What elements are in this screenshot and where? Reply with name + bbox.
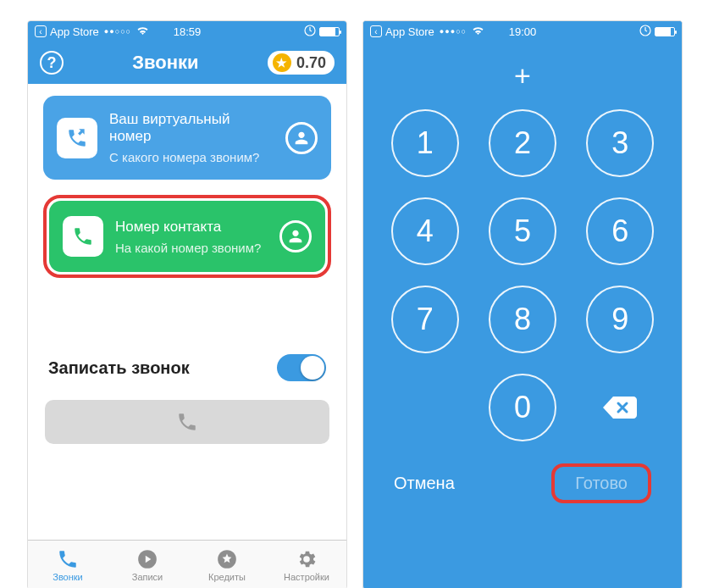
dialer: + 1 2 3 4 5 6 7 8 9 0 Отмена Готово bbox=[363, 42, 682, 588]
tab-records[interactable]: Записи bbox=[108, 541, 187, 588]
phone-icon bbox=[57, 548, 79, 570]
tab-label: Настройки bbox=[284, 572, 329, 582]
status-time: 18:59 bbox=[174, 25, 202, 38]
key-delete[interactable] bbox=[586, 374, 654, 441]
call-button[interactable] bbox=[45, 400, 329, 444]
tab-settings[interactable]: Настройки bbox=[267, 541, 346, 588]
key-8[interactable]: 8 bbox=[489, 286, 556, 353]
star-circle-icon bbox=[216, 548, 238, 570]
status-back-label: App Store bbox=[385, 25, 434, 38]
swap-phone-icon bbox=[57, 118, 97, 158]
status-time: 19:00 bbox=[509, 25, 537, 38]
battery-icon bbox=[655, 27, 675, 36]
phone-left: ‹ App Store ●●○○○ 18:59 ? Звонки ★ 0.70 bbox=[27, 20, 347, 588]
key-7[interactable]: 7 bbox=[391, 286, 459, 353]
signal-icon: ●●○○○ bbox=[104, 27, 131, 36]
card-text: Номер контакта На какой номер звоним? bbox=[115, 219, 268, 255]
star-icon: ★ bbox=[273, 53, 291, 72]
contact-icon[interactable] bbox=[279, 220, 312, 252]
record-call-label: Записать звонок bbox=[48, 358, 190, 378]
keypad: 1 2 3 4 5 6 7 8 9 0 bbox=[385, 101, 660, 441]
card-subtitle: С какого номера звоним? bbox=[109, 150, 274, 164]
chevron-left-icon: ‹ bbox=[35, 25, 47, 37]
cards: Ваш виртуальный номер С какого номера зв… bbox=[28, 84, 346, 278]
play-circle-icon bbox=[136, 548, 158, 570]
credit-badge[interactable]: ★ 0.70 bbox=[268, 51, 335, 75]
header: ? Звонки ★ 0.70 bbox=[28, 42, 346, 84]
signal-icon: ●●●○○ bbox=[440, 27, 467, 36]
key-3[interactable]: 3 bbox=[586, 109, 654, 177]
key-9[interactable]: 9 bbox=[586, 286, 654, 353]
rotation-lock-icon bbox=[639, 25, 651, 39]
wifi-icon bbox=[136, 25, 149, 38]
key-6[interactable]: 6 bbox=[586, 197, 654, 265]
tab-label: Записи bbox=[132, 572, 163, 582]
tab-credits[interactable]: Кредиты bbox=[187, 541, 267, 588]
card-text: Ваш виртуальный номер С какого номера зв… bbox=[109, 111, 274, 164]
backspace-icon bbox=[601, 395, 639, 420]
page-title: Звонки bbox=[132, 52, 198, 74]
dial-actions: Отмена Готово bbox=[385, 441, 660, 519]
phone-right: ‹ App Store ●●●○○ 19:00 + 1 2 3 4 5 6 7 … bbox=[362, 20, 683, 588]
cancel-button[interactable]: Отмена bbox=[394, 474, 455, 493]
highlight-contact-number: Номер контакта На какой номер звоним? bbox=[43, 195, 331, 278]
card-subtitle: На какой номер звоним? bbox=[115, 241, 268, 255]
phone-icon bbox=[63, 216, 103, 257]
key-4[interactable]: 4 bbox=[391, 197, 459, 265]
highlight-done: Готово bbox=[551, 463, 651, 503]
card-title: Номер контакта bbox=[115, 219, 268, 236]
record-call-toggle[interactable] bbox=[277, 354, 326, 381]
card-title: Ваш виртуальный номер bbox=[109, 111, 274, 145]
tab-calls[interactable]: Звонки bbox=[28, 541, 108, 588]
rotation-lock-icon bbox=[304, 25, 316, 39]
help-button[interactable]: ? bbox=[40, 51, 64, 75]
key-0[interactable]: 0 bbox=[489, 374, 556, 441]
contact-icon[interactable] bbox=[285, 122, 318, 154]
record-call-row: Записать звонок bbox=[28, 354, 346, 381]
credit-value: 0.70 bbox=[296, 54, 326, 72]
key-2[interactable]: 2 bbox=[489, 109, 556, 177]
back-to-appstore[interactable]: ‹ App Store bbox=[35, 25, 99, 38]
virtual-number-card[interactable]: Ваш виртуальный номер С какого номера зв… bbox=[43, 96, 331, 180]
key-empty bbox=[391, 374, 459, 441]
status-bar: ‹ App Store ●●●○○ 19:00 bbox=[363, 21, 682, 42]
key-1[interactable]: 1 bbox=[391, 109, 459, 177]
dial-display: + bbox=[385, 50, 660, 101]
status-bar: ‹ App Store ●●○○○ 18:59 bbox=[28, 21, 346, 42]
gear-icon bbox=[296, 548, 318, 570]
back-to-appstore[interactable]: ‹ App Store bbox=[370, 25, 434, 38]
battery-icon bbox=[319, 27, 340, 36]
chevron-left-icon: ‹ bbox=[370, 25, 382, 37]
contact-number-card[interactable]: Номер контакта На какой номер звоним? bbox=[49, 201, 325, 272]
status-back-label: App Store bbox=[50, 25, 99, 38]
done-button[interactable]: Готово bbox=[575, 474, 628, 493]
tab-label: Звонки bbox=[53, 572, 83, 582]
phone-icon bbox=[176, 411, 198, 433]
tab-label: Кредиты bbox=[208, 572, 246, 582]
tab-bar: Звонки Записи Кредиты Настройки bbox=[28, 540, 346, 588]
key-5[interactable]: 5 bbox=[489, 197, 556, 265]
wifi-icon bbox=[472, 25, 484, 38]
